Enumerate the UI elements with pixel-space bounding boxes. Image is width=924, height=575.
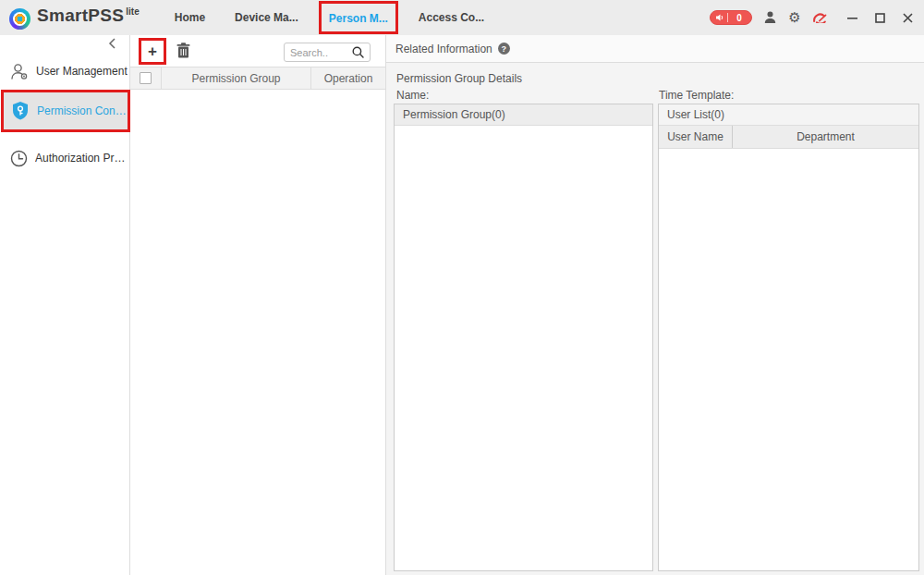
tab-access-control[interactable]: Access Co... bbox=[404, 11, 499, 24]
sidebar-item-label: Authorization Pro... bbox=[35, 152, 129, 165]
alarm-count: 0 bbox=[732, 11, 747, 25]
user-list-header: User List(0) bbox=[659, 104, 918, 126]
related-information-panel: Related Information ? Permission Group D… bbox=[385, 35, 924, 575]
column-user-name[interactable]: User Name bbox=[659, 126, 733, 148]
alarm-divider bbox=[727, 13, 728, 22]
highlight-box-add-button: + bbox=[139, 38, 166, 65]
user-management-icon bbox=[10, 63, 29, 80]
select-all-cell bbox=[130, 67, 162, 89]
permission-group-list-header: Permission Group(0) bbox=[395, 104, 652, 126]
column-operation[interactable]: Operation bbox=[311, 67, 385, 89]
highlight-box-person-tab: Person M... bbox=[319, 1, 398, 34]
user-table-body bbox=[659, 149, 918, 570]
permission-group-panel: + Permission Group Operation bbox=[130, 35, 385, 575]
close-icon[interactable] bbox=[900, 10, 915, 25]
time-template-label: Time Template: bbox=[659, 89, 734, 102]
shield-permission-icon bbox=[11, 101, 30, 121]
related-information-header: Related Information ? bbox=[386, 35, 924, 63]
clock-icon bbox=[10, 150, 28, 167]
minimize-icon[interactable] bbox=[845, 10, 859, 25]
sidebar-item-permission-config[interactable]: Permission Confi... bbox=[1, 90, 130, 132]
related-information-title: Related Information bbox=[395, 43, 492, 55]
sidebar-item-authorization-progress[interactable]: Authorization Pro... bbox=[0, 144, 129, 172]
sidebar-item-label: Permission Confi... bbox=[37, 104, 128, 117]
sidebar-item-user-management[interactable]: User Management bbox=[0, 57, 129, 85]
app-name: SmartPSS bbox=[37, 6, 124, 26]
sidebar-collapse-icon[interactable] bbox=[108, 38, 121, 51]
group-table-body bbox=[130, 90, 385, 574]
dashboard-gauge-icon[interactable] bbox=[812, 10, 827, 25]
smartpss-lite-window: SmartPSS lite Home Device Ma... Person M… bbox=[0, 0, 924, 575]
app-logo-icon bbox=[9, 8, 30, 30]
alarm-counter-button[interactable]: 0 bbox=[710, 10, 752, 25]
help-icon[interactable]: ? bbox=[498, 43, 510, 55]
user-list-box: User List(0) User Name Department bbox=[658, 104, 919, 571]
tab-home[interactable]: Home bbox=[160, 11, 220, 24]
maximize-icon[interactable] bbox=[872, 10, 887, 25]
app-name-suffix: lite bbox=[126, 6, 139, 17]
search-input[interactable] bbox=[290, 47, 352, 58]
tab-person-manager[interactable]: Person M... bbox=[329, 12, 388, 25]
permission-group-details-title: Permission Group Details bbox=[396, 72, 522, 85]
delete-group-button[interactable] bbox=[176, 43, 191, 59]
group-toolbar: + bbox=[130, 35, 385, 67]
group-search bbox=[284, 43, 371, 62]
speaker-icon bbox=[715, 13, 724, 22]
add-group-button[interactable]: + bbox=[148, 43, 157, 59]
group-table-header: Permission Group Operation bbox=[130, 67, 385, 90]
select-all-checkbox[interactable] bbox=[140, 72, 152, 84]
search-icon[interactable] bbox=[352, 46, 364, 58]
name-label: Name: bbox=[396, 89, 429, 102]
column-permission-group[interactable]: Permission Group bbox=[162, 67, 311, 89]
user-account-icon[interactable] bbox=[762, 10, 777, 25]
titlebar: SmartPSS lite Home Device Ma... Person M… bbox=[0, 0, 924, 35]
sidebar-item-label: User Management bbox=[36, 65, 128, 78]
titlebar-actions: 0 ⚙ bbox=[710, 10, 915, 25]
settings-gear-icon[interactable]: ⚙ bbox=[787, 10, 802, 25]
window-controls bbox=[845, 10, 915, 25]
tab-device-manager[interactable]: Device Ma... bbox=[220, 11, 313, 24]
user-table-header: User Name Department bbox=[659, 126, 918, 149]
permission-group-list-box: Permission Group(0) bbox=[394, 104, 653, 571]
column-department[interactable]: Department bbox=[733, 126, 918, 148]
main-nav: Home Device Ma... Person M... Access Co.… bbox=[160, 1, 499, 34]
app-logo: SmartPSS lite bbox=[9, 6, 140, 30]
sidebar: User Management Permission Confi... Auth… bbox=[0, 35, 130, 575]
